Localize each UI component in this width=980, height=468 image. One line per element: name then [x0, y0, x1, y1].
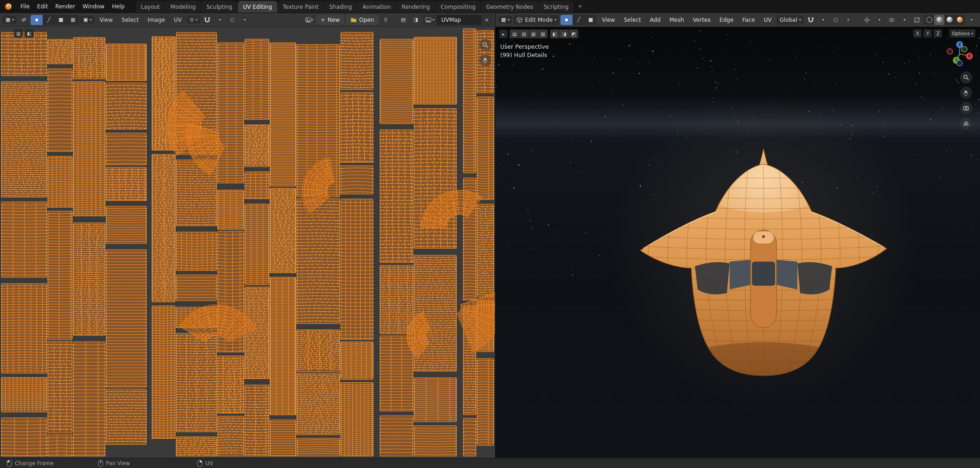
- uv-select-edge-button[interactable]: ╱: [43, 15, 55, 25]
- uv-select-vertex-button[interactable]: ●: [31, 15, 43, 25]
- uv-select-face-button[interactable]: ■: [55, 15, 67, 25]
- snap-toggle[interactable]: [805, 15, 816, 25]
- gizmo-dropdown[interactable]: ▾: [874, 15, 885, 25]
- tool-d-button[interactable]: ▨: [538, 30, 547, 38]
- uv-tool-option-a[interactable]: ▥: [14, 29, 23, 38]
- uv-map-selector[interactable]: ▾ UVMap ×: [423, 15, 492, 25]
- gizmo-minus-z-axis[interactable]: [957, 60, 962, 66]
- tool-c-button[interactable]: ▧: [529, 30, 538, 38]
- uv-pivot-dropdown[interactable]: ⊙ ▾: [187, 16, 200, 24]
- tab-compositing[interactable]: Compositing: [435, 1, 480, 13]
- viewport-zoom-button[interactable]: [960, 71, 972, 83]
- open-image-button[interactable]: Open: [346, 15, 379, 25]
- vp-menu-add[interactable]: Add: [646, 15, 664, 25]
- tab-texture-paint[interactable]: Texture Paint: [278, 1, 324, 13]
- viewport-canvas-area[interactable]: ▸ ▤ ▥ ▧ ▨ ◧ ◨ ◩ X Y Z: [496, 27, 980, 458]
- proportional-edit-toggle[interactable]: ○: [830, 15, 841, 25]
- tab-uv-editing[interactable]: UV Editing: [238, 1, 277, 13]
- overlays-dropdown[interactable]: ▾: [899, 15, 910, 25]
- mode-dropdown[interactable]: Edit Mode ▾: [514, 15, 559, 25]
- uv-menu-select[interactable]: Select: [118, 15, 142, 25]
- show-gizmo-toggle[interactable]: [861, 15, 872, 25]
- xray-toggle[interactable]: [911, 15, 923, 25]
- shading-rendered-button[interactable]: [955, 15, 965, 25]
- uv-snap-dropdown[interactable]: ▾: [214, 15, 225, 25]
- pin-image-toggle[interactable]: [380, 15, 391, 25]
- uv-pan-button[interactable]: [479, 54, 491, 66]
- face-select-button[interactable]: ■: [585, 15, 597, 25]
- navigation-gizmo[interactable]: Z X Y: [945, 39, 974, 69]
- new-image-button[interactable]: + New: [316, 15, 344, 25]
- menu-edit[interactable]: Edit: [33, 2, 51, 11]
- render-slot-button[interactable]: ▤: [398, 15, 409, 25]
- viewport-camera-button[interactable]: [960, 102, 972, 114]
- tab-sculpting[interactable]: Sculpting: [201, 1, 237, 13]
- vp-menu-view[interactable]: View: [598, 15, 618, 25]
- menu-window[interactable]: Window: [79, 2, 108, 11]
- tab-rendering[interactable]: Rendering: [396, 1, 435, 13]
- tab-scripting[interactable]: Scripting: [539, 1, 573, 13]
- tool-b-button[interactable]: ▥: [519, 30, 528, 38]
- tab-shading[interactable]: Shading: [324, 1, 357, 13]
- editor-type-selector[interactable]: ▦ ▾: [498, 16, 512, 24]
- vp-menu-mesh[interactable]: Mesh: [666, 15, 688, 25]
- uv-tool-option-b[interactable]: ◧: [25, 29, 33, 38]
- uv-map-canvas[interactable]: [0, 27, 495, 458]
- menu-file[interactable]: File: [17, 2, 33, 11]
- uv-menu-uv[interactable]: UV: [170, 15, 185, 25]
- tab-layout[interactable]: Layout: [136, 1, 165, 13]
- shading-wireframe-button[interactable]: [924, 15, 934, 25]
- snap-dropdown[interactable]: ▾: [818, 15, 829, 25]
- uv-zoom-button[interactable]: [479, 39, 491, 51]
- shading-material-button[interactable]: [944, 15, 955, 25]
- axis-y-toggle[interactable]: Y: [923, 29, 932, 38]
- image-settings-button[interactable]: ◨: [410, 15, 421, 25]
- vp-menu-vertex[interactable]: Vertex: [689, 15, 715, 25]
- axis-x-toggle[interactable]: X: [913, 29, 922, 38]
- vp-menu-select[interactable]: Select: [620, 15, 645, 25]
- unlink-datablock-button[interactable]: ×: [481, 15, 492, 25]
- vp-menu-face[interactable]: Face: [738, 15, 758, 25]
- shading-dropdown[interactable]: ▾: [966, 15, 977, 25]
- tool-f-button[interactable]: ◨: [560, 30, 568, 38]
- show-overlays-toggle[interactable]: [886, 15, 897, 25]
- browse-image-button[interactable]: ▾: [304, 15, 315, 25]
- uv-sync-selection-toggle[interactable]: ⇄: [18, 15, 29, 25]
- proportional-falloff-dropdown[interactable]: ▾: [843, 15, 854, 25]
- tool-settings-expand[interactable]: ▸: [499, 30, 508, 38]
- menu-render[interactable]: Render: [51, 2, 79, 11]
- edge-select-button[interactable]: ╱: [573, 15, 585, 25]
- tab-animation[interactable]: Animation: [357, 1, 396, 13]
- viewport-perspective-button[interactable]: [960, 117, 972, 129]
- shading-solid-button[interactable]: [934, 15, 944, 25]
- transform-orientation-dropdown[interactable]: Global ▾: [776, 15, 803, 25]
- viewport-pan-button[interactable]: [960, 87, 972, 99]
- uv-proportional-edit-toggle[interactable]: ○: [227, 15, 238, 25]
- gizmo-minus-y-axis[interactable]: [961, 46, 967, 52]
- tab-geometry-nodes[interactable]: Geometry Nodes: [481, 1, 538, 13]
- uv-snap-toggle[interactable]: [202, 15, 213, 25]
- uv-canvas-area[interactable]: ▥ ◧: [0, 27, 495, 458]
- vp-menu-uv[interactable]: UV: [760, 15, 775, 25]
- axis-z-toggle[interactable]: Z: [934, 29, 942, 38]
- spaceship-mesh[interactable]: [496, 27, 980, 458]
- uv-menu-image[interactable]: Image: [144, 15, 169, 25]
- editor-type-selector[interactable]: ▦ ▾: [3, 16, 17, 24]
- tab-modeling[interactable]: Modeling: [165, 1, 201, 13]
- options-dropdown[interactable]: Options ▾: [949, 29, 975, 38]
- uv-sticky-select-dropdown[interactable]: ▣ ▾: [80, 16, 94, 24]
- vertex-select-button[interactable]: ●: [560, 15, 573, 25]
- uv-map-name[interactable]: UVMap: [437, 17, 481, 23]
- gizmo-minus-x-axis[interactable]: [947, 49, 953, 54]
- uv-select-island-button[interactable]: ▦: [67, 15, 79, 25]
- uv-map-browse[interactable]: ▾: [423, 15, 437, 25]
- uv-proportional-falloff-dropdown[interactable]: ▾: [239, 15, 250, 25]
- menu-help[interactable]: Help: [108, 2, 128, 11]
- blender-logo-menu[interactable]: [0, 0, 17, 13]
- uv-menu-view[interactable]: View: [96, 15, 116, 25]
- tool-g-button[interactable]: ◩: [569, 30, 578, 38]
- tool-a-button[interactable]: ▤: [510, 30, 519, 38]
- tool-e-button[interactable]: ◧: [550, 30, 559, 38]
- add-workspace-button[interactable]: +: [574, 0, 586, 13]
- vp-menu-edge[interactable]: Edge: [716, 15, 737, 25]
